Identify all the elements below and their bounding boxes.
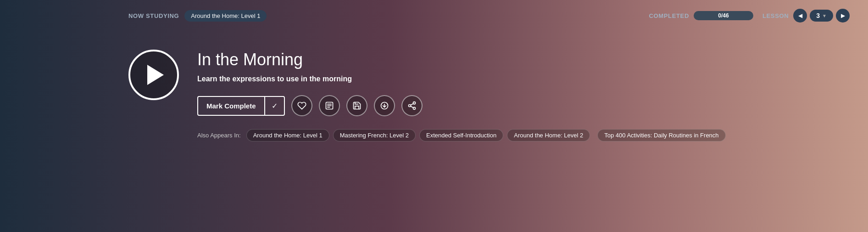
chevron-down-icon: ▼ (822, 13, 827, 18)
right-controls: COMPLETED 0/46 LESSON ◀ 3 ▼ ▶ (649, 9, 850, 23)
lesson-number: 3 (816, 12, 820, 19)
tag-badge-0[interactable]: Around the Home: Level 1 (246, 129, 329, 141)
lesson-info: In the Morning Learn the expressions to … (197, 50, 850, 141)
lesson-nav: ◀ 3 ▼ ▶ (793, 9, 850, 23)
progress-bar: 0/46 (694, 11, 753, 20)
play-button[interactable] (128, 50, 179, 100)
progress-text: 0/46 (718, 12, 729, 19)
share-button[interactable] (401, 95, 423, 116)
lesson-label: LESSON (762, 12, 789, 19)
check-icon: ✓ (264, 97, 284, 115)
download-button[interactable] (374, 95, 395, 116)
tag-badge-4[interactable]: Top 400 Activities: Daily Routines in Fr… (597, 129, 725, 141)
tags-section: Also Appears In: Around the Home: Level … (197, 129, 850, 141)
top-bar: NOW STUDYING Around the Home: Level 1 CO… (0, 0, 868, 31)
now-studying-label: NOW STUDYING (128, 12, 179, 19)
save-icon (352, 101, 362, 110)
mark-complete-button[interactable]: Mark Complete ✓ (197, 96, 285, 116)
heart-icon (297, 101, 306, 110)
tag-badge-1[interactable]: Mastering French: Level 2 (333, 129, 416, 141)
lesson-title: In the Morning (197, 50, 850, 69)
save-button[interactable] (346, 95, 367, 116)
notes-button[interactable] (319, 95, 340, 116)
course-badge: Around the Home: Level 1 (184, 10, 267, 22)
now-studying-section: NOW STUDYING Around the Home: Level 1 (128, 10, 267, 22)
lesson-section: LESSON ◀ 3 ▼ ▶ (762, 9, 850, 23)
svg-line-9 (411, 106, 413, 108)
action-buttons: Mark Complete ✓ (197, 95, 850, 116)
download-icon (380, 101, 389, 110)
lesson-subtitle: Learn the expressions to use in the morn… (197, 75, 850, 83)
lesson-next-button[interactable]: ▶ (836, 9, 850, 23)
tag-badge-3[interactable]: Around the Home: Level 2 (507, 129, 590, 141)
play-icon (147, 65, 164, 85)
completed-section: COMPLETED 0/46 (649, 11, 753, 20)
completed-label: COMPLETED (649, 12, 689, 19)
lesson-prev-button[interactable]: ◀ (793, 9, 807, 23)
notes-icon (325, 101, 334, 110)
svg-line-10 (411, 104, 413, 105)
content-area: In the Morning Learn the expressions to … (0, 31, 868, 232)
tag-badge-2[interactable]: Extended Self-Introduction (419, 129, 503, 141)
share-icon (407, 101, 417, 110)
lesson-number-button[interactable]: 3 ▼ (810, 10, 833, 22)
mark-complete-label: Mark Complete (198, 97, 264, 114)
also-appears-label: Also Appears In: (197, 132, 241, 139)
main-container: NOW STUDYING Around the Home: Level 1 CO… (0, 0, 868, 232)
favorite-button[interactable] (291, 95, 312, 116)
